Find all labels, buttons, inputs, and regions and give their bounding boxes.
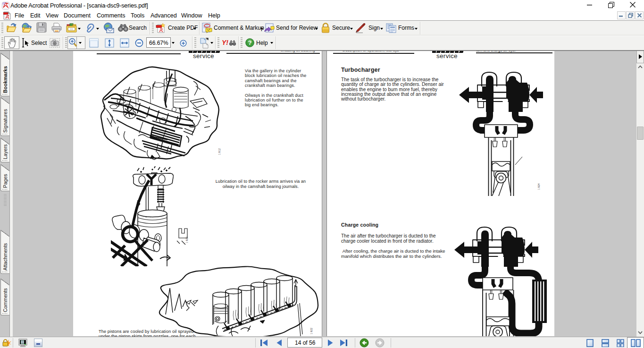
svg-text:Attachments: Attachments	[2, 243, 8, 271]
svg-text:1 920: 1 920	[185, 237, 188, 243]
svg-text:Layers: Layers	[2, 144, 8, 159]
svg-text:Comments: Comments	[2, 288, 8, 312]
svg-text:Pages: Pages	[2, 174, 8, 188]
svg-text:Bookmarks: Bookmarks	[2, 66, 8, 93]
svg-text:1 922: 1 922	[310, 328, 313, 334]
svg-text:1 924: 1 924	[537, 183, 540, 190]
svg-text:1 912: 1 912	[218, 148, 221, 155]
svg-text:?: ?	[248, 40, 252, 46]
svg-text:Signatures: Signatures	[2, 109, 8, 133]
